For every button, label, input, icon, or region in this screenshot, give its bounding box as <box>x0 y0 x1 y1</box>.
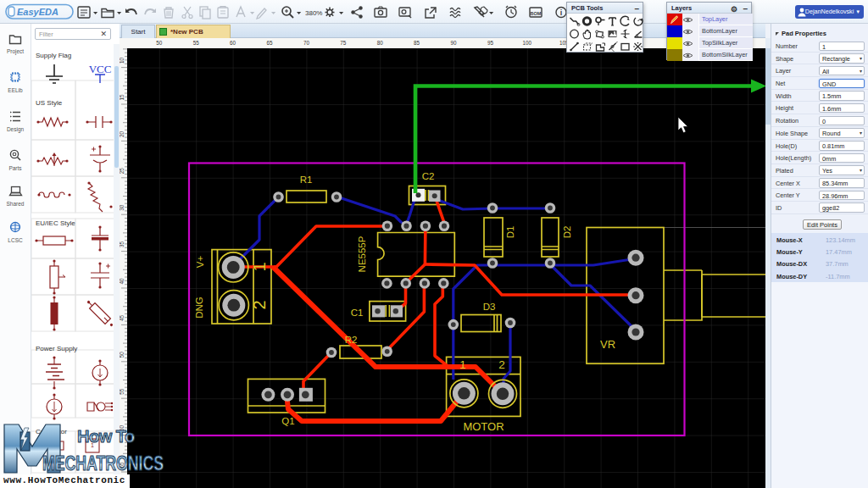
svg-text:15: 15 <box>120 94 125 101</box>
svg-text:60: 60 <box>230 40 236 46</box>
svg-text:50: 50 <box>120 352 125 358</box>
svg-text:2: 2 <box>498 358 505 371</box>
svg-text:D3: D3 <box>483 302 496 312</box>
svg-text:C2: C2 <box>422 171 435 181</box>
svg-text:35: 35 <box>120 241 125 248</box>
svg-text:40: 40 <box>120 278 125 285</box>
svg-text:Q1: Q1 <box>281 416 294 426</box>
svg-text:i: i <box>560 8 563 17</box>
svg-text:1: 1 <box>250 262 269 271</box>
svg-text:85: 85 <box>414 40 420 46</box>
svg-text:65: 65 <box>266 40 273 46</box>
svg-text:45: 45 <box>120 314 125 321</box>
svg-text:D1: D1 <box>505 226 515 239</box>
svg-text:30: 30 <box>120 204 125 211</box>
svg-text:25: 25 <box>120 168 125 175</box>
svg-text:10: 10 <box>120 58 125 64</box>
svg-text:65: 65 <box>120 462 125 469</box>
svg-text:60: 60 <box>120 425 125 432</box>
svg-text:100: 100 <box>523 40 532 46</box>
svg-text:R2: R2 <box>345 335 358 345</box>
svg-text:1: 1 <box>91 442 94 448</box>
svg-text:70: 70 <box>303 40 310 46</box>
svg-text:55: 55 <box>193 40 200 46</box>
svg-text:D2: D2 <box>562 226 572 239</box>
svg-text:DNG: DNG <box>194 297 204 319</box>
svg-text:55: 55 <box>120 388 125 395</box>
svg-text:380%: 380% <box>305 9 322 17</box>
svg-text:BOM: BOM <box>531 11 542 16</box>
svg-text:75: 75 <box>340 40 347 46</box>
svg-text:2: 2 <box>250 300 269 309</box>
svg-text:C1: C1 <box>351 308 364 318</box>
svg-text:50: 50 <box>156 40 163 46</box>
svg-text:95: 95 <box>487 40 494 46</box>
svg-text:MOTOR: MOTOR <box>463 420 504 433</box>
svg-text:R1: R1 <box>300 175 313 185</box>
svg-text:V+: V+ <box>195 256 205 269</box>
svg-text:90: 90 <box>450 40 457 46</box>
svg-text:1: 1 <box>459 358 466 371</box>
svg-text:VR: VR <box>600 338 615 351</box>
svg-text:20: 20 <box>120 130 125 137</box>
svg-text:NE555P: NE555P <box>357 236 367 272</box>
svg-text:80: 80 <box>377 40 384 46</box>
svg-text:VCC: VCC <box>89 63 112 75</box>
